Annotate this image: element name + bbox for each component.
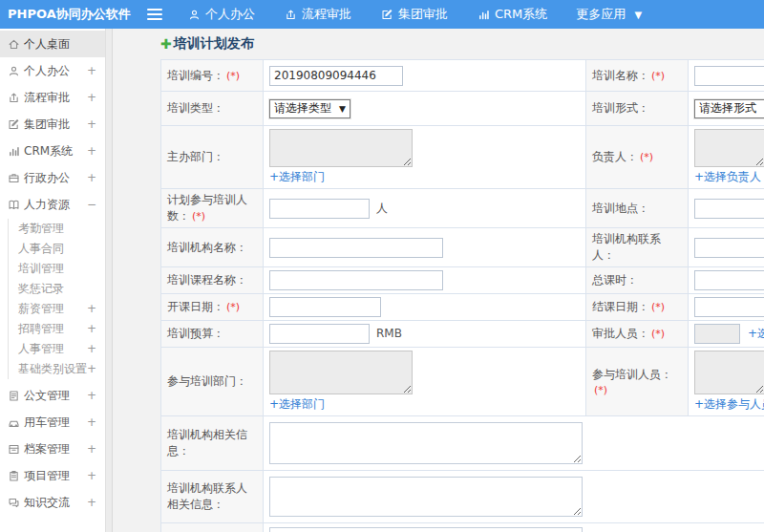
approver-picker-link[interactable]: +选择审批人员 bbox=[748, 327, 764, 340]
topbar: PHPOA协同办公软件 个人办公流程审批集团审批CRM系统更多应用▼ bbox=[0, 0, 764, 29]
expand-icon[interactable]: + bbox=[87, 319, 96, 339]
sidebar-subitem-training-mgmt[interactable]: 培训管理 bbox=[18, 259, 112, 279]
org-contact-info-label: 培训机构联系人相关信息： bbox=[161, 471, 264, 523]
expand-icon[interactable]: + bbox=[87, 91, 96, 104]
leader-textarea[interactable] bbox=[694, 129, 764, 167]
sidebar-item-group-approval[interactable]: 集团审批+ bbox=[0, 111, 112, 138]
sidebar-item-workflow-approval[interactable]: 流程审批+ bbox=[0, 84, 112, 111]
org-info-label: 培训机构相关信息： bbox=[161, 416, 264, 471]
collapse-icon[interactable]: − bbox=[87, 198, 96, 211]
add-icon: ✚ bbox=[160, 36, 172, 52]
sidebar-subitem-attendance-mgmt[interactable]: 考勤管理 bbox=[18, 219, 112, 239]
sidebar-item-label: 公文管理 bbox=[24, 388, 70, 404]
car-icon bbox=[7, 415, 20, 429]
topnav-item-chart[interactable]: CRM系统 bbox=[477, 6, 547, 23]
sidebar-subitem-label: 奖惩记录 bbox=[18, 282, 64, 295]
sidebar-subitem-salary-mgmt[interactable]: 薪资管理+ bbox=[18, 299, 112, 319]
sidebar-subitem-label: 培训管理 bbox=[18, 262, 64, 275]
sidebar-subitem-personnel-mgmt[interactable]: 人事管理+ bbox=[18, 339, 112, 359]
sidebar-item-label: 项目管理 bbox=[24, 468, 70, 484]
project-icon bbox=[7, 469, 20, 482]
participating-departments-textarea[interactable] bbox=[269, 351, 413, 394]
sidebar-item-label: 档案管理 bbox=[24, 441, 70, 458]
sidebar-subitem-label: 招聘管理 bbox=[18, 322, 64, 335]
expand-icon[interactable]: + bbox=[87, 469, 96, 482]
expand-icon[interactable]: + bbox=[87, 64, 96, 77]
approver-input[interactable] bbox=[694, 324, 740, 344]
content: ✚ 培训计划发布 培训编号：(*)培训名称：(*)培训类型：请选择类型▼培训形式… bbox=[113, 29, 764, 532]
sidebar-item-personal-office[interactable]: 个人办公+ bbox=[0, 57, 112, 84]
expand-icon[interactable]: + bbox=[87, 359, 96, 379]
expand-icon[interactable]: + bbox=[87, 117, 96, 131]
training-requirements-textarea[interactable] bbox=[269, 527, 583, 532]
start-date-input[interactable] bbox=[269, 297, 381, 317]
org-info-textarea[interactable] bbox=[269, 422, 583, 464]
training-form-select[interactable]: 请选择形式▼ bbox=[694, 99, 764, 118]
total-hours-input[interactable] bbox=[694, 270, 764, 290]
expand-icon[interactable]: + bbox=[87, 171, 96, 184]
sidebar-item-knowledge-exchange[interactable]: 知识交流+ bbox=[0, 489, 112, 516]
expand-icon[interactable]: + bbox=[87, 339, 96, 359]
planned-participants-unit-label: 人 bbox=[376, 202, 388, 215]
sidebar-subitem-label: 人事合同 bbox=[18, 242, 64, 255]
sidebar-item-human-resources[interactable]: 人力资源− bbox=[0, 191, 112, 218]
form-row: 培训机构名称：培训机构联系人： bbox=[161, 228, 764, 267]
edit-icon bbox=[380, 8, 393, 21]
course-name-input[interactable] bbox=[269, 270, 443, 290]
participating-departments-picker-link[interactable]: +选择部门 bbox=[269, 397, 325, 411]
org-name-input[interactable] bbox=[269, 238, 443, 258]
required-marker: (*) bbox=[651, 328, 665, 340]
expand-icon[interactable]: + bbox=[87, 144, 96, 158]
training-location-input[interactable] bbox=[694, 199, 764, 219]
sidebar-item-personal-desktop[interactable]: 个人桌面 bbox=[0, 31, 112, 57]
sidebar-item-label: 用车管理 bbox=[24, 415, 70, 431]
training-type-select[interactable]: 请选择类型▼ bbox=[269, 99, 350, 118]
form-row: 培训课程名称：总课时： bbox=[161, 267, 764, 294]
participants-textarea[interactable] bbox=[694, 351, 764, 394]
budget-label: 培训预算： bbox=[161, 321, 264, 348]
budget-input[interactable] bbox=[269, 324, 370, 344]
expand-icon[interactable]: + bbox=[87, 389, 96, 402]
org-contact-label: 培训机构联系人： bbox=[586, 228, 689, 267]
participating-departments-label: 参与培训部门： bbox=[161, 348, 264, 416]
sidebar-item-label: 集团审批 bbox=[24, 117, 70, 133]
training-type-label: 培训类型： bbox=[161, 92, 264, 126]
sidebar-subitem-hr-contract[interactable]: 人事合同 bbox=[18, 239, 112, 259]
expand-icon[interactable]: + bbox=[87, 299, 96, 319]
sidebar-subitem-base-category-settings[interactable]: 基础类别设置+ bbox=[18, 359, 112, 379]
training-number-input[interactable] bbox=[269, 66, 403, 86]
sidebar: 个人桌面个人办公+流程审批+集团审批+CRM系统+行政办公+人力资源−考勤管理人… bbox=[0, 29, 113, 532]
sidebar-item-archive-mgmt[interactable]: 档案管理+ bbox=[0, 436, 112, 462]
form-row: 培训预算：RMB审批人员：(*)+选择审批人员 bbox=[161, 321, 764, 348]
sidebar-item-document-mgmt[interactable]: 公文管理+ bbox=[0, 382, 112, 409]
host-department-textarea[interactable] bbox=[269, 129, 413, 167]
sidebar-item-vehicle-mgmt[interactable]: 用车管理+ bbox=[0, 409, 112, 436]
expand-icon[interactable]: + bbox=[87, 415, 96, 429]
org-contact-info-textarea[interactable] bbox=[269, 477, 583, 517]
end-date-input[interactable] bbox=[694, 297, 764, 317]
edit-icon bbox=[7, 117, 20, 131]
planned-participants-input[interactable] bbox=[269, 199, 370, 219]
participants-picker-link[interactable]: +选择参与人员 bbox=[694, 397, 764, 411]
topnav-item-caret-down[interactable]: 更多应用▼ bbox=[576, 6, 644, 23]
leader-picker-link[interactable]: +选择负责人 bbox=[694, 170, 761, 183]
topnav-item-person[interactable]: 个人办公 bbox=[187, 6, 255, 23]
org-contact-input[interactable] bbox=[694, 238, 764, 258]
sidebar-subitem-recruitment-mgmt[interactable]: 招聘管理+ bbox=[18, 319, 112, 339]
training-name-input[interactable] bbox=[694, 66, 764, 86]
expand-icon[interactable]: + bbox=[87, 442, 96, 456]
sidebar-item-admin-office[interactable]: 行政办公+ bbox=[0, 164, 112, 191]
chevron-down-icon: ▼ bbox=[339, 104, 346, 114]
form-row: 培训类型：请选择类型▼培训形式：请选择形式▼ bbox=[161, 92, 764, 126]
sidebar-item-project-mgmt[interactable]: 项目管理+ bbox=[0, 462, 112, 489]
sidebar-item-crm-system[interactable]: CRM系统+ bbox=[0, 138, 112, 164]
form-row: 主办部门：+选择部门负责人：(*)+选择负责人 bbox=[161, 126, 764, 189]
menu-toggle-icon[interactable] bbox=[147, 6, 162, 23]
topnav-item-edit[interactable]: 集团审批 bbox=[380, 6, 448, 23]
topnav-item-workflow[interactable]: 流程审批 bbox=[284, 6, 351, 23]
expand-icon[interactable]: + bbox=[87, 496, 96, 509]
host-department-picker-link[interactable]: +选择部门 bbox=[269, 170, 325, 183]
chart-icon bbox=[7, 144, 20, 158]
sidebar-subitem-reward-punishment[interactable]: 奖惩记录 bbox=[18, 279, 112, 299]
required-marker: (*) bbox=[226, 70, 240, 82]
